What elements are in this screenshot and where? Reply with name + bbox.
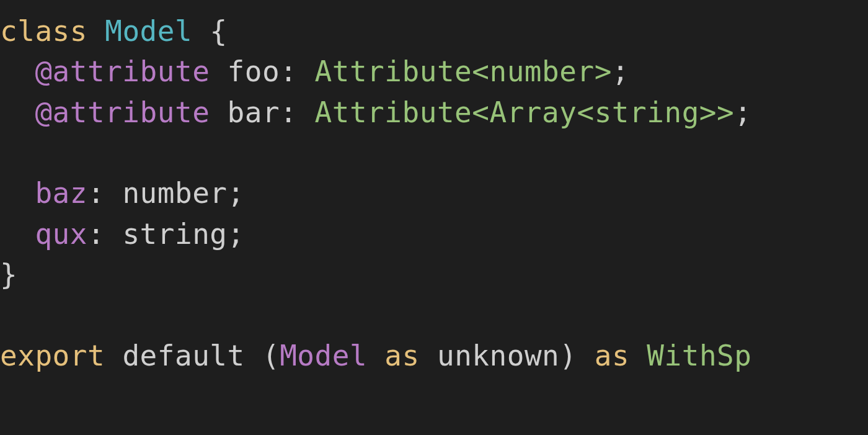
keyword-class: class bbox=[0, 14, 87, 48]
code-editor[interactable]: class Model { @attribute foo: Attribute<… bbox=[0, 11, 868, 376]
type-name: number bbox=[122, 176, 227, 210]
decorator: @attribute bbox=[35, 55, 210, 88]
decorator: @attribute bbox=[35, 96, 210, 129]
code-line bbox=[0, 295, 868, 335]
type-name: number bbox=[489, 55, 594, 88]
keyword-as: as bbox=[595, 339, 629, 372]
code-line: baz: number; bbox=[0, 173, 868, 213]
code-line: class Model { bbox=[0, 11, 868, 52]
property-name: baz bbox=[35, 176, 87, 210]
type-name: Attribute bbox=[315, 96, 472, 129]
code-line: } bbox=[0, 254, 868, 295]
code-line: qux: string; bbox=[0, 214, 868, 254]
code-line: export default (Model as unknown) as Wit… bbox=[0, 336, 868, 376]
type-name: Array bbox=[489, 96, 577, 129]
keyword-default: default bbox=[122, 339, 244, 372]
paren-open: ( bbox=[262, 339, 280, 372]
property-name: bar bbox=[228, 96, 280, 129]
property-name: qux bbox=[35, 217, 87, 251]
keyword-unknown: unknown bbox=[437, 339, 559, 372]
code-line: @attribute foo: Attribute<number>; bbox=[0, 52, 868, 92]
brace-close: } bbox=[0, 258, 17, 291]
keyword-export: export bbox=[0, 339, 105, 372]
type-name: Attribute bbox=[315, 55, 472, 88]
code-line bbox=[0, 133, 868, 173]
code-line: @attribute bar: Attribute<Array<string>>… bbox=[0, 92, 868, 133]
class-name: Model bbox=[105, 14, 192, 48]
type-name: string bbox=[122, 217, 227, 251]
paren-close: ) bbox=[559, 339, 577, 372]
type-name: WithSp bbox=[647, 339, 751, 372]
keyword-as: as bbox=[384, 339, 419, 372]
type-name: string bbox=[595, 96, 699, 129]
brace-open: { bbox=[210, 14, 227, 48]
identifier: Model bbox=[280, 339, 367, 372]
property-name: foo bbox=[228, 55, 280, 88]
